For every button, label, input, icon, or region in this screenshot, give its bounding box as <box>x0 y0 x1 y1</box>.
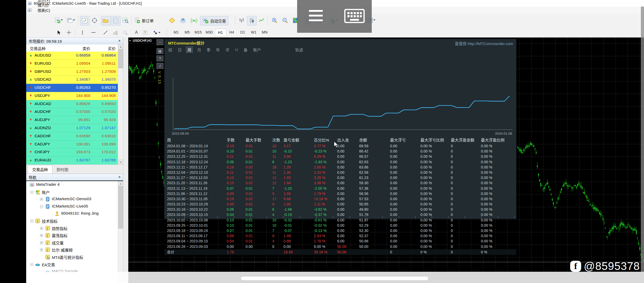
tree-item[interactable]: −f技术指标 <box>26 217 118 225</box>
autotrade-button[interactable]: 自动交易 <box>200 16 228 25</box>
column-sell[interactable]: 卖价 <box>66 46 90 51</box>
label-tool[interactable]: T <box>141 29 149 36</box>
tree-item[interactable]: +f震荡指标 <box>26 232 118 239</box>
timeframe-button[interactable]: M30 <box>204 29 215 36</box>
new-chart-caret[interactable] <box>61 19 63 21</box>
stats-tab[interactable]: 账户 <box>252 47 262 53</box>
horizontal-line-tool[interactable] <box>90 29 97 36</box>
menu-item[interactable]: 图表(C) <box>34 8 55 13</box>
timeframe-button[interactable]: MN <box>259 29 270 36</box>
bar-chart-type-button[interactable] <box>237 16 246 25</box>
market-watch-toggle[interactable] <box>80 16 90 25</box>
collapse-minus-icon[interactable]: − <box>30 263 33 266</box>
stats-tab[interactable]: 币 <box>224 47 231 53</box>
stats-tab[interactable]: 轨迹 <box>294 47 304 53</box>
column-buy[interactable]: 买价 <box>91 46 116 51</box>
data-window-button[interactable] <box>90 16 99 25</box>
zoom-in-button[interactable] <box>270 16 279 25</box>
candles-chart-type-button[interactable] <box>247 16 257 25</box>
home-indicator[interactable] <box>241 276 428 280</box>
menu-item[interactable]: 插入(I) <box>34 2 55 8</box>
line-chart-type-button[interactable] <box>257 16 266 25</box>
market-watch-row[interactable]: ▲USDCAD1.340671.34075 <box>26 76 118 84</box>
market-watch-row[interactable]: ▼GBPUSD1.275031.27509 <box>26 68 118 76</box>
scroll-down-icon[interactable]: ∨ <box>118 160 123 165</box>
vertical-line-tool[interactable] <box>79 29 86 36</box>
market-watch-tab[interactable]: 交易品种 <box>28 165 52 173</box>
scroll-up-icon[interactable]: ∧ <box>118 45 123 50</box>
stats-tab[interactable]: 周 <box>186 46 193 53</box>
market-watch-scrollbar[interactable]: ∧ ∨ <box>118 44 123 165</box>
market-watch-row[interactable]: ▲AUDUSD0.668580.66864 <box>26 52 118 60</box>
expand-plus-icon[interactable]: + <box>40 248 43 251</box>
expand-plus-icon[interactable]: + <box>40 241 43 244</box>
tree-item[interactable]: +ICMarketsSC-Demo03 <box>26 195 118 203</box>
expand-plus-icon[interactable]: + <box>40 227 43 230</box>
expand-plus-icon[interactable]: + <box>40 198 43 201</box>
stats-tab[interactable]: 综 <box>167 47 174 53</box>
market-watch-row[interactable]: ▼EURUSD1.095041.09511 <box>26 60 118 68</box>
collapse-minus-icon[interactable]: − <box>40 205 43 208</box>
timeframe-button[interactable]: M1 <box>171 29 182 36</box>
signals-button[interactable] <box>190 16 198 25</box>
profiles-caret[interactable] <box>73 19 75 21</box>
tree-item[interactable]: 60049132: Rong Jing <box>26 210 118 217</box>
column-symbol[interactable]: 交易品种 <box>30 46 46 51</box>
stats-tab[interactable]: 年 <box>215 47 221 53</box>
terminal-toggle[interactable] <box>111 16 120 25</box>
trendline-tool[interactable] <box>102 29 109 36</box>
tree-item[interactable]: fMT4盈亏统计指标 <box>26 253 118 261</box>
panel-minimize-button[interactable]: − <box>157 39 163 45</box>
chevron-down-icon[interactable]: ▼ <box>129 39 131 42</box>
crosshair-tool[interactable] <box>65 29 73 36</box>
navigator-scrollbar[interactable]: ∧ <box>118 181 123 283</box>
menu-item[interactable]: 显示(V) <box>34 0 55 2</box>
timeframe-button[interactable]: H1 <box>215 29 226 36</box>
market-watch-row[interactable]: ▼AUDCHF0.570000.57020 <box>26 108 118 116</box>
stats-tab[interactable]: M <box>234 47 240 52</box>
tree-item[interactable]: −ICMarketsSC-Live05 <box>26 203 118 210</box>
strategy-tester-button[interactable] <box>121 16 130 25</box>
stats-tab[interactable]: 季 <box>205 47 212 53</box>
market-watch-row[interactable]: ▼CADCHF0.635900.63610 <box>26 132 118 140</box>
fibonacci-tool[interactable]: F <box>121 29 129 36</box>
keyboard-icon[interactable] <box>344 9 365 23</box>
timeframe-button[interactable]: D1 <box>237 29 248 36</box>
market-watch-tab[interactable]: 即时图 <box>52 165 73 173</box>
shapes-caret[interactable] <box>158 32 160 33</box>
templates-caret[interactable] <box>373 19 375 21</box>
market-watch-row[interactable]: ▼CADJPY108.061108.098 <box>26 140 118 149</box>
panel-splitter[interactable] <box>123 37 129 283</box>
market-watch-row[interactable]: ▼USDCHF0.852630.85270 <box>26 84 118 92</box>
tree-item[interactable]: +f比尔 威廉姆 <box>26 246 118 253</box>
market-watch-row[interactable]: ▲EURAUD1.637671.63789 <box>26 156 118 165</box>
navigator-close-icon[interactable]: × <box>118 175 121 179</box>
market-watch-row[interactable]: ▼AUDJPY96.85196.929 <box>26 116 118 124</box>
market-watch-row[interactable]: ▼CHFJPY169.873170.012 <box>26 148 118 156</box>
market-watch-row[interactable]: ▲AUDNZD1.071291.07147 <box>26 124 118 132</box>
text-tool[interactable]: A <box>132 29 140 36</box>
mtcommander-link[interactable]: 复盘侠 http://MTCommander.com <box>455 41 513 46</box>
panel-help-button[interactable]: ? <box>157 56 163 61</box>
tree-item[interactable]: +f趋势指标 <box>26 225 118 232</box>
stats-tab[interactable]: 备 <box>242 47 249 53</box>
scrollbar-thumb[interactable] <box>118 186 123 228</box>
mql-badge-button[interactable] <box>168 16 176 25</box>
timeframe-button[interactable]: H4 <box>226 29 237 36</box>
timeframe-button[interactable]: W1 <box>248 29 259 36</box>
expand-plus-icon[interactable]: + <box>40 234 43 237</box>
community-button[interactable] <box>179 16 187 25</box>
collapse-minus-icon[interactable]: − <box>30 220 33 222</box>
new-order-button[interactable]: 新订单 <box>134 16 154 25</box>
tree-item[interactable]: −EA交易 <box>26 261 118 268</box>
scroll-up-icon[interactable]: ∧ <box>118 181 123 186</box>
stats-tab[interactable]: 月 <box>196 47 202 53</box>
tree-item[interactable]: +f成交量 <box>26 239 118 246</box>
scrollbar-thumb[interactable] <box>118 49 123 68</box>
tree-item[interactable]: −账户 <box>26 188 118 196</box>
panel-check-button[interactable]: √ <box>157 63 163 69</box>
market-watch-close-icon[interactable]: × <box>118 39 121 43</box>
tree-item[interactable]: MetaTrader 4 <box>26 181 118 188</box>
market-watch-row[interactable]: ▼AUDCAD0.896260.89650 <box>26 100 118 108</box>
shapes-tool[interactable] <box>151 29 159 36</box>
